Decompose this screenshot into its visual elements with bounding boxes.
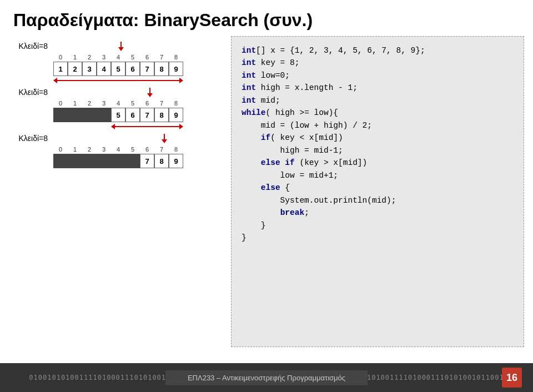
code-line-6: while( high >= low){ — [242, 107, 514, 119]
index-row-3: 0 1 2 3 4 5 6 7 8 — [53, 146, 183, 153]
array-label-2: Κλειδί=8 — [9, 88, 53, 97]
arrow-above-1 — [53, 42, 183, 54]
code-line-14: break; — [242, 207, 514, 219]
cells-row-3: 7 8 9 — [53, 154, 183, 168]
code-line-1: int[] x = {1, 2, 3, 4, 5, 6, 7, 8, 9}; — [242, 44, 514, 57]
code-line-15: } — [242, 219, 514, 232]
arrow-above-3 — [53, 134, 183, 146]
double-arrow-1 — [53, 78, 183, 83]
array-section: Κλειδί=8 0 1 2 3 4 5 6 — [9, 36, 220, 347]
footer-text: ΕΠΛ233 – Αντικειμενοστρεφής Προγραμματισ… — [165, 370, 368, 385]
page-title: Παραδείγματα: BinarySearch (συν.) — [0, 0, 533, 36]
code-line-10: else if (key > x[mid]) — [242, 157, 514, 169]
code-line-3: int low=0; — [242, 69, 514, 82]
code-line-7: mid = (low + high) / 2; — [242, 119, 514, 132]
array-label-1: Κλειδί=8 — [9, 42, 53, 51]
code-line-13: System.out.println(mid); — [242, 194, 514, 207]
code-line-4: int high = x.length - 1; — [242, 82, 514, 94]
footer-page: 16 — [502, 368, 522, 388]
index-row-1: 0 1 2 3 4 5 6 7 8 — [53, 54, 183, 61]
cells-row-1: 1 2 3 4 5 6 7 8 9 — [53, 62, 183, 76]
code-section: int[] x = {1, 2, 3, 4, 5, 6, 7, 8, 9}; i… — [231, 36, 524, 347]
content-area: Κλειδί=8 0 1 2 3 4 5 6 — [0, 36, 533, 347]
index-row-2: 0 1 2 3 4 5 6 7 8 — [53, 100, 183, 107]
footer: 0100101010011110100011101010010110010010… — [0, 363, 533, 392]
code-line-9: high = mid-1; — [242, 144, 514, 157]
code-line-16: } — [242, 232, 514, 244]
code-line-8: if( key < x[mid]) — [242, 132, 514, 144]
code-line-11: low = mid+1; — [242, 169, 514, 182]
cells-row-2: 5 6 7 8 9 — [53, 108, 183, 122]
arrow-above-2 — [53, 88, 183, 100]
double-arrow-2 — [53, 124, 183, 129]
array-label-3: Κλειδί=8 — [9, 134, 53, 143]
code-line-2: int key = 8; — [242, 57, 514, 69]
code-line-5: int mid; — [242, 94, 514, 107]
code-line-12: else { — [242, 182, 514, 194]
